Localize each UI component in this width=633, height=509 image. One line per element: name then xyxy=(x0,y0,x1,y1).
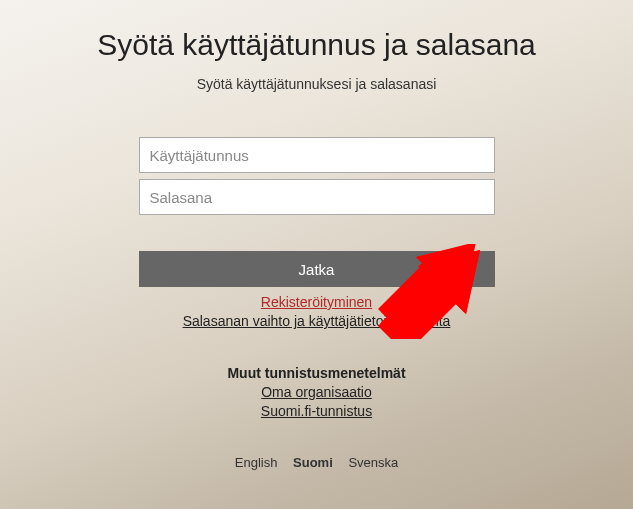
other-methods-section: Muut tunnistusmenetelmät Oma organisaati… xyxy=(139,365,495,421)
lang-english[interactable]: English xyxy=(235,455,278,470)
other-methods-heading: Muut tunnistusmenetelmät xyxy=(139,365,495,381)
login-form: Jatka Rekisteröityminen Salasanan vaihto… xyxy=(139,137,495,470)
lang-suomi[interactable]: Suomi xyxy=(293,455,333,470)
register-link[interactable]: Rekisteröityminen xyxy=(261,294,372,310)
suomifi-link[interactable]: Suomi.fi-tunnistus xyxy=(261,403,372,419)
page-subtitle: Syötä käyttäjätunnuksesi ja salasanasi xyxy=(0,76,633,92)
username-input[interactable] xyxy=(139,137,495,173)
primary-links: Rekisteröityminen Salasanan vaihto ja kä… xyxy=(139,293,495,331)
lang-svenska[interactable]: Svenska xyxy=(348,455,398,470)
language-selector: English Suomi Svenska xyxy=(139,455,495,470)
own-organization-link[interactable]: Oma organisaatio xyxy=(261,384,372,400)
page-title: Syötä käyttäjätunnus ja salasana xyxy=(0,28,633,62)
login-container: Syötä käyttäjätunnus ja salasana Syötä k… xyxy=(0,0,633,470)
continue-button[interactable]: Jatka xyxy=(139,251,495,287)
manage-account-link[interactable]: Salasanan vaihto ja käyttäjätietojen hal… xyxy=(183,313,451,329)
password-input[interactable] xyxy=(139,179,495,215)
